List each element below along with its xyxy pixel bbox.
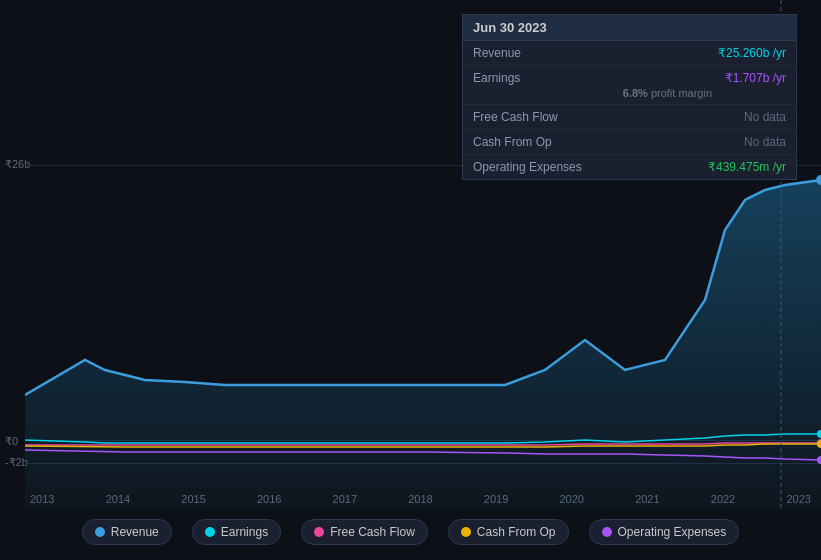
chart-container: Jun 30 2023 Revenue ₹25.260b /yr Earning… <box>0 0 821 560</box>
revenue-fill <box>25 180 821 510</box>
tooltip-value-opex: ₹439.475m /yr <box>708 160 786 174</box>
tooltip-row-revenue: Revenue ₹25.260b /yr <box>463 41 796 66</box>
x-label-2015: 2015 <box>181 493 205 505</box>
legend-earnings[interactable]: Earnings <box>192 519 281 545</box>
legend-label-fcf: Free Cash Flow <box>330 525 415 539</box>
x-label-2022: 2022 <box>711 493 735 505</box>
tooltip-row-opex: Operating Expenses ₹439.475m /yr <box>463 155 796 179</box>
legend-label-earnings: Earnings <box>221 525 268 539</box>
tooltip-row-earnings: Earnings ₹1.707b /yr 6.8% profit margin <box>463 66 796 105</box>
legend-fcf[interactable]: Free Cash Flow <box>301 519 428 545</box>
tooltip-label-opex: Operating Expenses <box>473 160 583 174</box>
legend-label-opex: Operating Expenses <box>618 525 727 539</box>
x-label-2017: 2017 <box>333 493 357 505</box>
x-label-2018: 2018 <box>408 493 432 505</box>
tooltip-label-revenue: Revenue <box>473 46 583 60</box>
legend-cfo[interactable]: Cash From Op <box>448 519 569 545</box>
legend-label-revenue: Revenue <box>111 525 159 539</box>
tooltip-value-revenue: ₹25.260b /yr <box>718 46 786 60</box>
tooltip-row-cfo: Cash From Op No data <box>463 130 796 155</box>
x-label-2013: 2013 <box>30 493 54 505</box>
tooltip-value-cfo: No data <box>744 135 786 149</box>
x-label-2014: 2014 <box>106 493 130 505</box>
x-label-2016: 2016 <box>257 493 281 505</box>
tooltip-label-fcf: Free Cash Flow <box>473 110 583 124</box>
tooltip-label-earnings: Earnings <box>473 71 583 85</box>
x-label-2023: 2023 <box>786 493 810 505</box>
tooltip-value-earnings: ₹1.707b /yr <box>725 71 786 85</box>
legend-dot-earnings <box>205 527 215 537</box>
legend-dot-cfo <box>461 527 471 537</box>
chart-legend: Revenue Earnings Free Cash Flow Cash Fro… <box>0 519 821 545</box>
legend-revenue[interactable]: Revenue <box>82 519 172 545</box>
legend-dot-opex <box>602 527 612 537</box>
legend-dot-fcf <box>314 527 324 537</box>
profit-margin-label: 6.8% profit margin <box>473 87 712 99</box>
y-label-0: ₹0 <box>5 435 18 448</box>
tooltip-row-fcf: Free Cash Flow No data <box>463 105 796 130</box>
tooltip-value-fcf: No data <box>744 110 786 124</box>
legend-opex[interactable]: Operating Expenses <box>589 519 740 545</box>
x-label-2019: 2019 <box>484 493 508 505</box>
x-label-2021: 2021 <box>635 493 659 505</box>
tooltip-box: Jun 30 2023 Revenue ₹25.260b /yr Earning… <box>462 14 797 180</box>
x-axis: 2013 2014 2015 2016 2017 2018 2019 2020 … <box>25 488 821 505</box>
tooltip-header: Jun 30 2023 <box>463 15 796 41</box>
legend-label-cfo: Cash From Op <box>477 525 556 539</box>
legend-dot-revenue <box>95 527 105 537</box>
x-label-2020: 2020 <box>559 493 583 505</box>
tooltip-label-cfo: Cash From Op <box>473 135 583 149</box>
